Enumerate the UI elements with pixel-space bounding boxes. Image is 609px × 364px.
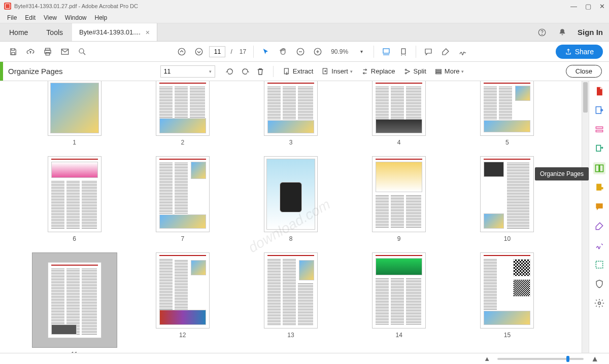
hand-tool-icon[interactable] [276, 45, 290, 59]
page-thumbnail[interactable]: 13 [247, 252, 334, 353]
page-up-icon[interactable] [175, 45, 189, 59]
title-bar: Byte#314-1393.01.27.pdf - Adobe Acrobat … [0, 0, 609, 12]
highlight-icon[interactable] [438, 45, 453, 59]
comment-tool-icon[interactable] [593, 201, 605, 213]
menu-edit[interactable]: Edit [21, 13, 40, 22]
page-thumbnail[interactable]: 8 [247, 156, 334, 242]
export-pdf-icon[interactable] [593, 104, 605, 117]
page-thumbnail[interactable]: 2 [139, 83, 226, 146]
scrollbar-thumb[interactable] [583, 82, 588, 113]
page-thumbnail[interactable]: 6 [30, 156, 118, 242]
cloud-upload-icon[interactable] [23, 45, 38, 59]
search-icon[interactable] [75, 45, 89, 59]
notifications-icon[interactable] [557, 27, 567, 38]
maximize-button[interactable]: ▢ [585, 3, 591, 10]
close-tab-icon[interactable]: × [146, 28, 150, 37]
minimize-button[interactable]: — [570, 3, 577, 10]
thumbnail-large-icon[interactable]: ▲ [591, 354, 599, 363]
page-number-label: 10 [504, 235, 511, 242]
menu-help[interactable]: Help [91, 13, 112, 22]
bottom-bar: ▲ ▲ [0, 353, 609, 364]
fit-width-icon[interactable] [379, 45, 393, 59]
replace-label: Replace [371, 67, 395, 75]
protect-icon[interactable] [593, 278, 605, 290]
zoom-out-icon[interactable] [293, 45, 308, 59]
extract-button[interactable]: Extract [279, 65, 317, 78]
organize-pages-toolbar: Organize Pages 11 ▾ Extract Insert ▾ Rep… [0, 62, 609, 81]
svg-point-16 [405, 72, 407, 74]
page-number-input[interactable] [209, 46, 225, 57]
svg-rect-18 [436, 71, 442, 72]
window-controls: — ▢ ✕ [570, 3, 605, 10]
page-number-label: 8 [289, 235, 293, 242]
sign-icon[interactable] [456, 45, 470, 59]
fit-page-icon[interactable] [396, 45, 411, 59]
selection-tool-icon[interactable] [259, 45, 273, 59]
page-thumbnail[interactable]: 3 [247, 83, 334, 146]
menu-file[interactable]: File [3, 13, 21, 22]
share-button[interactable]: Share [556, 45, 603, 59]
chevron-down-icon: ▾ [461, 69, 464, 74]
close-organize-button[interactable]: Close [566, 65, 602, 78]
tab-row: Home Tools Byte#314-1393.01.... × Sign I… [0, 23, 609, 42]
page-thumbnail[interactable]: 9 [355, 156, 443, 242]
zoom-dropdown-icon[interactable]: ▾ [354, 45, 368, 59]
page-down-icon[interactable] [192, 45, 206, 59]
create-pdf-icon[interactable] [593, 85, 605, 97]
thumbnail-small-icon[interactable]: ▲ [484, 355, 490, 362]
optimize-pdf-icon[interactable] [593, 259, 605, 271]
page-thumbnail[interactable]: 1 [30, 83, 118, 146]
vertical-scrollbar[interactable] [582, 81, 589, 353]
delete-icon[interactable] [254, 65, 267, 78]
page-thumbnail[interactable]: 5 [463, 83, 551, 146]
split-button[interactable]: Split [399, 65, 430, 78]
organize-pages-icon[interactable] [593, 162, 605, 174]
sign-in-link[interactable]: Sign In [578, 28, 603, 37]
page-thumbnail[interactable]: 7 [139, 156, 226, 242]
edit-pdf-icon[interactable] [593, 124, 605, 136]
menu-window[interactable]: Window [61, 13, 91, 22]
page-number-label: 12 [179, 332, 186, 339]
tab-home[interactable]: Home [0, 23, 37, 41]
page-number-label: 6 [73, 235, 76, 242]
svg-rect-19 [436, 72, 442, 74]
more-tools-icon[interactable] [593, 297, 605, 309]
email-icon[interactable] [58, 45, 72, 59]
document-tab[interactable]: Byte#314-1393.01.... × [72, 23, 157, 41]
save-icon[interactable] [6, 45, 20, 59]
zoom-in-icon[interactable] [311, 45, 325, 59]
print-icon[interactable] [41, 45, 55, 59]
redact-icon[interactable] [593, 181, 605, 194]
more-button[interactable]: More ▾ [430, 65, 468, 78]
rotate-left-icon[interactable] [223, 65, 236, 78]
page-range-dropdown[interactable]: 11 ▾ [160, 65, 215, 78]
svg-rect-22 [596, 130, 602, 132]
page-thumbnail-selected[interactable]: 11 [30, 252, 118, 353]
help-icon[interactable] [537, 27, 547, 38]
comment-icon[interactable] [421, 45, 435, 59]
tab-tools[interactable]: Tools [37, 23, 72, 41]
page-thumbnail[interactable]: 15 [463, 252, 551, 353]
page-thumbnail[interactable]: 14 [355, 252, 443, 353]
svg-rect-13 [284, 68, 288, 74]
page-grid-area: 1 2 3 4 5 6 7 8 9 10 11 12 13 14 15 down… [0, 81, 582, 353]
app-icon [4, 3, 11, 10]
svg-rect-21 [596, 127, 602, 128]
more-label: More [445, 67, 460, 75]
menu-view[interactable]: View [40, 13, 61, 22]
svg-point-7 [179, 48, 186, 55]
prepare-form-icon[interactable] [593, 239, 605, 251]
page-number-label: 15 [504, 332, 511, 339]
page-number-label: 3 [289, 139, 293, 146]
page-thumbnail[interactable]: 12 [139, 252, 226, 353]
page-thumbnail[interactable]: 4 [355, 83, 443, 146]
close-window-button[interactable]: ✕ [599, 3, 605, 10]
insert-button[interactable]: Insert ▾ [317, 65, 357, 78]
document-tab-label: Byte#314-1393.01.... [79, 28, 141, 36]
combine-files-icon[interactable] [593, 143, 605, 155]
fill-sign-icon[interactable] [593, 220, 605, 232]
thumbnail-size-slider[interactable] [497, 358, 584, 360]
replace-button[interactable]: Replace [357, 65, 399, 78]
slider-knob[interactable] [566, 356, 569, 362]
rotate-right-icon[interactable] [239, 65, 252, 78]
